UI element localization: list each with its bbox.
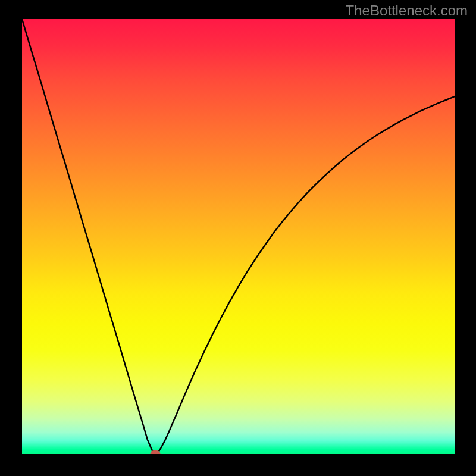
watermark-text: TheBottleneck.com: [346, 2, 468, 19]
plot-area: [22, 19, 455, 454]
curve-svg: [22, 19, 455, 454]
curve-path: [22, 19, 455, 454]
minimum-marker: [150, 450, 160, 454]
chart-container: TheBottleneck.com: [0, 0, 476, 476]
